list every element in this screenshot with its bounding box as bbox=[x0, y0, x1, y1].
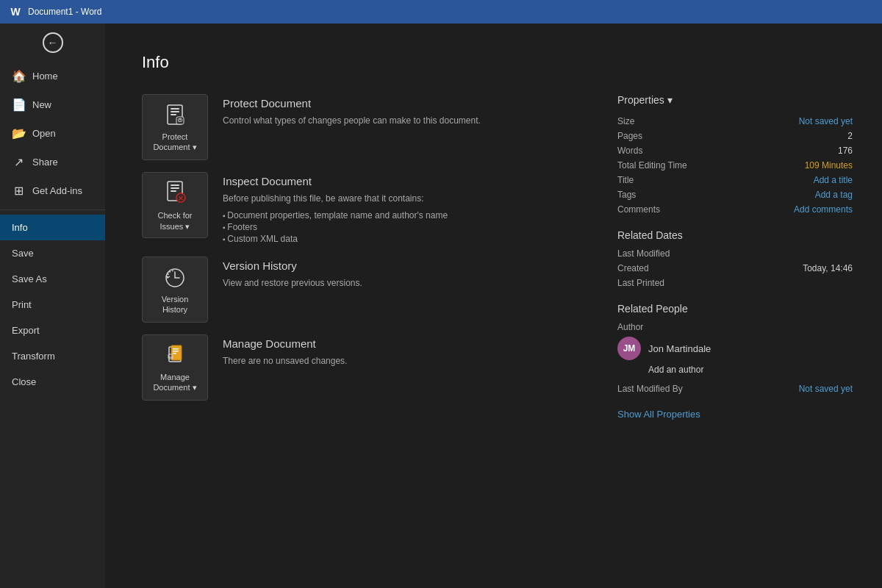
sidebar: ← 🏠 Home 📄 New 📂 Open ↗ Share ⊞ Get Add-… bbox=[0, 24, 105, 588]
protect-document-desc: Control what types of changes people can… bbox=[223, 114, 573, 127]
sidebar-item-get-addins[interactable]: ⊞ Get Add-ins bbox=[0, 176, 105, 205]
sidebar-item-save[interactable]: Save bbox=[0, 240, 105, 266]
manage-document-button[interactable]: ManageDocument ▾ bbox=[142, 334, 208, 401]
inspect-bullet-3: Custom XML data bbox=[223, 233, 573, 245]
author-row: JM Jon Martindale bbox=[617, 337, 853, 360]
sidebar-divider bbox=[0, 209, 105, 210]
version-history-card: VersionHistory Version History View and … bbox=[142, 257, 573, 323]
svg-rect-1 bbox=[171, 108, 179, 110]
manage-document-text: Manage Document There are no unsaved cha… bbox=[223, 334, 573, 368]
version-history-icon-label: VersionHistory bbox=[162, 294, 189, 315]
prop-row-size: Size Not saved yet bbox=[617, 116, 853, 126]
sidebar-item-transform[interactable]: Transform bbox=[0, 343, 105, 369]
svg-rect-2 bbox=[171, 111, 179, 112]
prop-label-size: Size bbox=[617, 116, 713, 126]
properties-section: Size Not saved yet Pages 2 Words 176 Tot… bbox=[617, 116, 853, 215]
sidebar-open-label: Open bbox=[32, 128, 56, 139]
prop-value-editing-time: 109 Minutes bbox=[805, 160, 853, 171]
prop-value-last-modified-by: Not saved yet bbox=[799, 384, 853, 394]
prop-label-last-printed: Last Printed bbox=[617, 278, 713, 288]
protect-document-card: ProtectDocument ▾ Protect Document Contr… bbox=[142, 94, 573, 160]
sidebar-share-label: Share bbox=[32, 157, 58, 168]
prop-value-title[interactable]: Add a title bbox=[814, 175, 853, 185]
sidebar-item-info[interactable]: Info bbox=[0, 215, 105, 240]
svg-rect-8 bbox=[171, 184, 179, 186]
inspect-document-text: Inspect Document Before publishing this … bbox=[223, 172, 573, 245]
app-layout: ← 🏠 Home 📄 New 📂 Open ↗ Share ⊞ Get Add-… bbox=[0, 24, 882, 588]
sidebar-save-label: Save bbox=[12, 248, 34, 259]
properties-header-label: Properties bbox=[617, 94, 664, 106]
prop-row-created: Created Today, 14:46 bbox=[617, 263, 853, 273]
prop-label-pages: Pages bbox=[617, 131, 713, 141]
share-icon: ↗ bbox=[12, 155, 25, 169]
svg-rect-17 bbox=[173, 351, 179, 352]
sidebar-transform-label: Transform bbox=[12, 351, 55, 362]
titlebar-title: Document1 - Word bbox=[28, 7, 101, 17]
sidebar-item-saveas[interactable]: Save As bbox=[0, 266, 105, 292]
sidebar-item-export[interactable]: Export bbox=[0, 318, 105, 343]
prop-row-title: Title Add a title bbox=[617, 175, 853, 185]
prop-value-created: Today, 14:46 bbox=[803, 263, 853, 273]
prop-row-last-printed: Last Printed bbox=[617, 278, 853, 288]
sidebar-item-close[interactable]: Close bbox=[0, 369, 105, 395]
titlebar: W Document1 - Word bbox=[0, 0, 882, 24]
prop-row-tags: Tags Add a tag bbox=[617, 190, 853, 200]
prop-value-pages: 2 bbox=[847, 131, 853, 141]
related-dates-section: Related Dates Last Modified Created Toda… bbox=[617, 229, 853, 288]
sidebar-home-label: Home bbox=[32, 71, 58, 82]
add-author-link[interactable]: Add an author bbox=[648, 365, 853, 375]
inspect-bullet-1: Document properties, template name and a… bbox=[223, 209, 573, 221]
version-history-icon bbox=[162, 265, 188, 291]
page-title: Info bbox=[142, 53, 853, 72]
inspect-document-button[interactable]: ✕ Check forIssues ▾ bbox=[142, 172, 208, 238]
sidebar-addins-label: Get Add-ins bbox=[32, 185, 82, 196]
sidebar-export-label: Export bbox=[12, 325, 40, 336]
prop-label-editing-time: Total Editing Time bbox=[617, 160, 713, 171]
version-history-button[interactable]: VersionHistory bbox=[142, 257, 208, 323]
sidebar-print-label: Print bbox=[12, 299, 32, 310]
svg-rect-9 bbox=[171, 187, 179, 189]
prop-value-tags[interactable]: Add a tag bbox=[815, 190, 853, 200]
sidebar-item-share[interactable]: ↗ Share bbox=[0, 148, 105, 176]
actions-column: ProtectDocument ▾ Protect Document Contr… bbox=[142, 94, 573, 420]
prop-value-words: 176 bbox=[838, 146, 853, 156]
back-circle-icon: ← bbox=[43, 32, 63, 53]
inspect-document-icon: ✕ bbox=[162, 179, 188, 205]
back-button[interactable]: ← bbox=[0, 24, 105, 62]
home-icon: 🏠 bbox=[12, 69, 25, 83]
manage-document-title: Manage Document bbox=[223, 337, 573, 350]
protect-document-button[interactable]: ProtectDocument ▾ bbox=[142, 94, 208, 160]
prop-label-words: Words bbox=[617, 146, 713, 156]
new-icon: 📄 bbox=[12, 98, 25, 112]
prop-label-created: Created bbox=[617, 263, 713, 273]
sidebar-item-new[interactable]: 📄 New bbox=[0, 90, 105, 119]
sidebar-item-print[interactable]: Print bbox=[0, 292, 105, 318]
prop-label-last-modified: Last Modified bbox=[617, 248, 713, 259]
inspect-document-card: ✕ Check forIssues ▾ Inspect Document Bef… bbox=[142, 172, 573, 245]
prop-label-title: Title bbox=[617, 175, 713, 185]
prop-row-pages: Pages 2 bbox=[617, 131, 853, 141]
inspect-document-icon-label: Check forIssues ▾ bbox=[157, 210, 192, 232]
related-dates-header: Related Dates bbox=[617, 229, 853, 241]
prop-label-last-modified-by: Last Modified By bbox=[617, 384, 713, 394]
svg-rect-3 bbox=[171, 114, 176, 115]
word-logo: W bbox=[9, 5, 22, 18]
sidebar-item-home[interactable]: 🏠 Home bbox=[0, 62, 105, 90]
prop-value-comments[interactable]: Add comments bbox=[794, 204, 853, 215]
prop-label-author: Author bbox=[617, 322, 713, 332]
svg-rect-10 bbox=[171, 190, 176, 192]
sidebar-item-open[interactable]: 📂 Open bbox=[0, 119, 105, 148]
protect-document-icon-label: ProtectDocument ▾ bbox=[153, 132, 196, 153]
related-people-section: Related People Author JM Jon Martindale … bbox=[617, 303, 853, 394]
svg-point-6 bbox=[179, 119, 181, 121]
manage-document-desc: There are no unsaved changes. bbox=[223, 354, 573, 368]
sidebar-saveas-label: Save As bbox=[12, 273, 47, 284]
content-grid: ProtectDocument ▾ Protect Document Contr… bbox=[142, 94, 853, 420]
show-all-properties-link[interactable]: Show All Properties bbox=[617, 409, 853, 420]
prop-row-comments: Comments Add comments bbox=[617, 204, 853, 215]
prop-row-author: Author bbox=[617, 322, 853, 332]
version-history-title: Version History bbox=[223, 259, 573, 272]
prop-row-words: Words 176 bbox=[617, 146, 853, 156]
author-name: Jon Martindale bbox=[648, 343, 711, 354]
properties-header[interactable]: Properties ▾ bbox=[617, 94, 853, 106]
